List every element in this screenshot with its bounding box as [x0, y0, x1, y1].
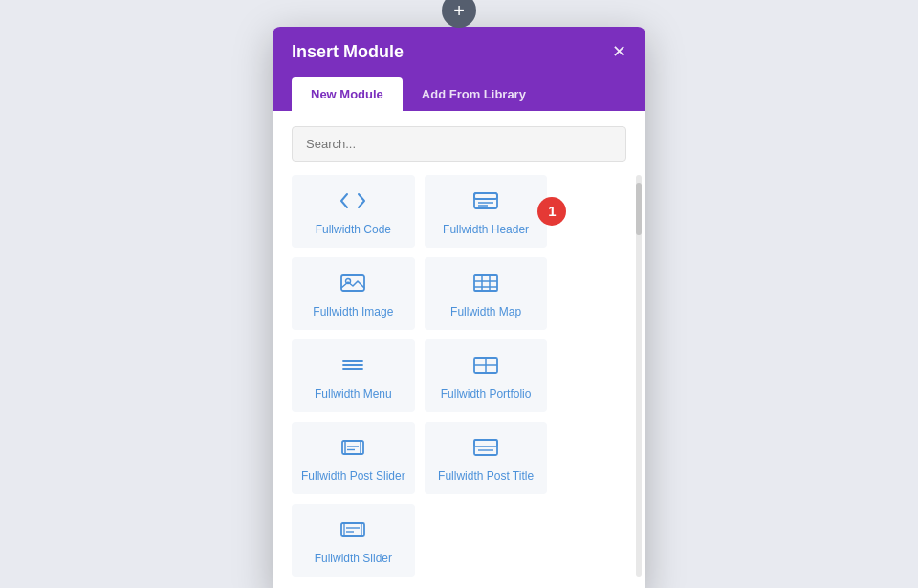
- modules-grid: Fullwidth Code: [292, 175, 547, 577]
- module-fullwidth-slider-label: Fullwidth Slider: [315, 552, 392, 565]
- modules-area: Fullwidth Code: [292, 175, 626, 577]
- scrollbar-track: [636, 175, 642, 577]
- post-slider-icon: [339, 437, 366, 462]
- module-fullwidth-post-slider[interactable]: Fullwidth Post Slider: [292, 422, 415, 494]
- module-fullwidth-slider[interactable]: Fullwidth Slider: [292, 504, 415, 577]
- module-fullwidth-menu[interactable]: Fullwidth Menu: [292, 339, 415, 412]
- module-fullwidth-header-wrapper: Fullwidth Header 1: [425, 175, 548, 248]
- badge-counter: 1: [537, 197, 566, 226]
- post-title-icon: [472, 437, 499, 462]
- svg-rect-21: [474, 440, 497, 455]
- module-fullwidth-portfolio[interactable]: Fullwidth Portfolio: [425, 339, 548, 412]
- modal-body: Fullwidth Code: [273, 111, 645, 589]
- modal-header: Insert Module ✕: [273, 27, 645, 77]
- module-fullwidth-map[interactable]: Fullwidth Map: [425, 257, 548, 330]
- svg-rect-22: [474, 440, 497, 446]
- portfolio-icon: [472, 355, 499, 380]
- module-fullwidth-header[interactable]: Fullwidth Header: [425, 175, 548, 248]
- module-fullwidth-code-label: Fullwidth Code: [316, 223, 391, 236]
- svg-rect-6: [474, 275, 497, 291]
- search-input[interactable]: [292, 126, 626, 162]
- svg-rect-25: [344, 523, 361, 536]
- module-fullwidth-map-label: Fullwidth Map: [450, 305, 521, 318]
- module-fullwidth-menu-label: Fullwidth Menu: [315, 387, 392, 401]
- module-fullwidth-code[interactable]: Fullwidth Code: [292, 175, 415, 248]
- svg-rect-18: [345, 441, 361, 454]
- scrollbar-thumb[interactable]: [636, 183, 642, 235]
- tab-new-module[interactable]: New Module: [292, 77, 403, 111]
- slider-icon: [339, 519, 366, 544]
- menu-icon: [339, 355, 366, 380]
- svg-rect-4: [341, 275, 364, 291]
- image-icon: [339, 272, 366, 297]
- module-fullwidth-post-title[interactable]: Fullwidth Post Title: [425, 422, 548, 494]
- module-fullwidth-image[interactable]: Fullwidth Image: [292, 257, 415, 330]
- plus-icon: +: [453, 1, 465, 20]
- add-module-button[interactable]: +: [442, 0, 476, 28]
- map-icon: [472, 272, 499, 297]
- modal-title: Insert Module: [292, 42, 404, 62]
- tab-add-from-library[interactable]: Add From Library: [403, 77, 545, 111]
- modal-close-button[interactable]: ✕: [612, 43, 626, 60]
- code-icon: [339, 190, 366, 215]
- tab-new-module-label: New Module: [311, 87, 383, 101]
- module-fullwidth-header-label: Fullwidth Header: [443, 223, 529, 236]
- module-fullwidth-post-slider-label: Fullwidth Post Slider: [301, 469, 405, 483]
- module-fullwidth-image-label: Fullwidth Image: [313, 305, 393, 318]
- module-fullwidth-post-title-label: Fullwidth Post Title: [438, 469, 534, 483]
- modal-tabs: New Module Add From Library: [273, 77, 645, 111]
- tab-add-from-library-label: Add From Library: [422, 87, 526, 101]
- svg-rect-1: [474, 193, 497, 199]
- header-icon: [472, 190, 499, 215]
- module-fullwidth-portfolio-label: Fullwidth Portfolio: [441, 387, 532, 401]
- insert-module-modal: Insert Module ✕ New Module Add From Libr…: [273, 27, 645, 589]
- page-center: + Insert Module ✕ New Module Add From Li…: [273, 0, 645, 588]
